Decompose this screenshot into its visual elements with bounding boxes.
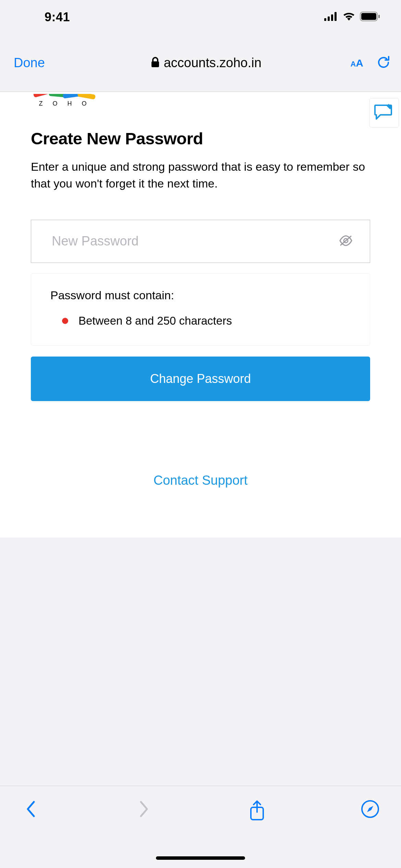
battery-icon [360, 12, 380, 23]
back-button[interactable] [21, 800, 41, 820]
requirement-status-dot-icon [62, 318, 68, 324]
compass-icon [361, 813, 379, 819]
svg-rect-1 [328, 16, 330, 21]
zoho-logo-text: Z O H O [34, 100, 95, 107]
svg-rect-6 [378, 15, 380, 18]
zoho-logo: Z O H O [0, 94, 401, 115]
status-bar: 9:41 [0, 0, 401, 34]
requirement-text: Between 8 and 250 characters [78, 314, 232, 327]
url-display[interactable]: accounts.zoho.in [69, 56, 343, 70]
done-button[interactable]: Done [14, 56, 69, 70]
feedback-icon [374, 103, 394, 122]
status-time: 9:41 [45, 10, 70, 24]
chevron-left-icon [25, 813, 37, 819]
chevron-right-icon [138, 813, 150, 819]
open-in-safari-button[interactable] [360, 800, 380, 820]
new-password-field-wrapper [31, 220, 370, 263]
password-requirements-title: Password must contain: [50, 289, 351, 302]
page-content: Z O H O Create New Password Enter a uniq… [0, 92, 401, 538]
browser-bottom-toolbar [0, 786, 401, 868]
wifi-icon [343, 12, 355, 22]
share-icon [249, 816, 265, 822]
cellular-icon [324, 12, 338, 22]
share-button[interactable] [247, 800, 267, 822]
new-password-input[interactable] [52, 234, 292, 249]
password-requirements-box: Password must contain: Between 8 and 250… [31, 273, 370, 346]
svg-rect-0 [324, 18, 326, 21]
status-icons [324, 12, 380, 23]
url-host-text: accounts.zoho.in [164, 56, 262, 70]
svg-rect-3 [335, 12, 337, 21]
svg-rect-5 [361, 13, 376, 20]
change-password-button-label: Change Password [150, 372, 251, 386]
password-requirement-item: Between 8 and 250 characters [50, 314, 351, 327]
reload-icon[interactable] [377, 55, 391, 71]
forward-button[interactable] [134, 800, 154, 820]
page-title: Create New Password [31, 129, 370, 148]
svg-rect-7 [151, 61, 159, 67]
browser-address-bar: Done accounts.zoho.in AA [0, 34, 401, 92]
contact-support-row: Contact Support [31, 473, 370, 488]
svg-rect-2 [331, 14, 333, 21]
reader-text-size-button[interactable]: AA [350, 57, 363, 69]
toggle-password-visibility-icon[interactable] [339, 235, 353, 248]
contact-support-link[interactable]: Contact Support [154, 473, 248, 487]
feedback-button[interactable] [369, 98, 399, 128]
page-subtitle: Enter a unique and strong password that … [31, 158, 370, 192]
home-indicator[interactable] [156, 856, 245, 860]
lock-icon [151, 57, 160, 69]
change-password-button[interactable]: Change Password [31, 357, 370, 401]
